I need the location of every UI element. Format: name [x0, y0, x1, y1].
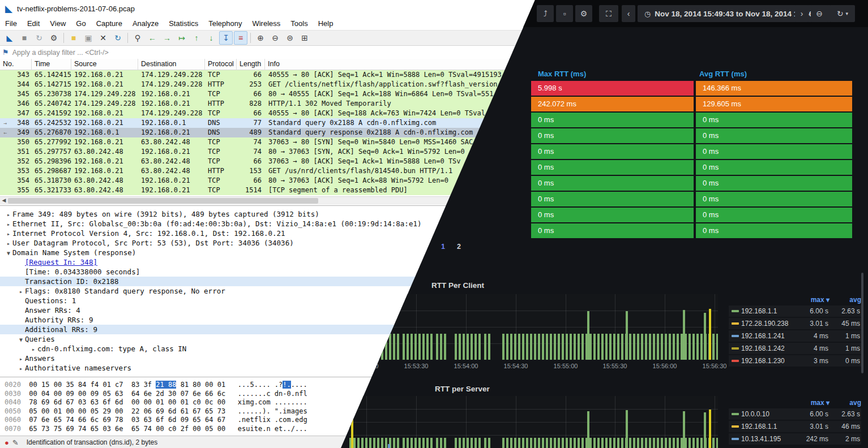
column-header-source[interactable]: Source — [71, 59, 138, 70]
collapsed-arrow-icon[interactable]: ▸ — [17, 287, 25, 296]
edit-comment-icon[interactable]: ✎ — [12, 438, 19, 447]
legend-row[interactable]: 192.168.1.13.01 s46 ms — [729, 421, 861, 432]
avg-rtt-cell[interactable]: 0 ms — [696, 144, 852, 159]
capture-restart-icon[interactable]: ↻ — [32, 31, 46, 45]
autoscroll-toggle-icon[interactable]: ↧ — [219, 31, 233, 45]
max-rtt-cell[interactable]: 0 ms — [531, 176, 694, 191]
max-rtt-cell[interactable]: 0 ms — [531, 128, 694, 143]
rtt-per-client-panel-title[interactable]: RTT Per Client — [431, 281, 484, 290]
go-last-icon[interactable]: ↓ — [204, 31, 218, 45]
go-first-icon[interactable]: ↑ — [190, 31, 203, 45]
column-header-no[interactable]: No. — [0, 59, 32, 70]
zoom-original-icon[interactable]: ⊜ — [283, 31, 297, 45]
collapsed-arrow-icon[interactable]: ▸ — [5, 239, 12, 248]
avg-rtt-cell[interactable]: 146.366 ms — [696, 81, 852, 96]
menu-capture[interactable]: Capture — [91, 18, 127, 29]
expanded-arrow-icon[interactable]: ▼ — [5, 248, 12, 258]
max-rtt-column-header[interactable]: Max RTT (ms) — [538, 70, 586, 78]
expanded-arrow-icon[interactable]: ▼ — [17, 335, 25, 344]
packet-row-347[interactable]: 34765.241592192.168.0.21174.129.249.228T… — [0, 109, 566, 118]
menu-analyze[interactable]: Analyze — [127, 18, 164, 29]
avg-rtt-cell[interactable]: 0 ms — [696, 128, 852, 143]
menu-statistics[interactable]: Statistics — [164, 18, 203, 29]
menu-telephony[interactable]: Telephony — [203, 18, 247, 29]
column-header-destination[interactable]: Destination — [138, 59, 205, 70]
filter-bookmark-icon[interactable]: ⚑ — [2, 48, 9, 57]
rtt-per-server-chart[interactable] — [349, 396, 718, 448]
file-save-icon[interactable]: ▣ — [82, 31, 95, 45]
save-icon[interactable]: ▫ — [556, 5, 573, 22]
legend-max-header[interactable]: max ▾ — [794, 397, 829, 408]
panel-scrollbar[interactable] — [861, 273, 863, 373]
legend-series-name[interactable]: 192.168.1.1 — [741, 305, 799, 317]
scroll-left-arrow[interactable]: ◀ — [0, 197, 8, 204]
legend-row[interactable]: 10.13.41.195242 ms2 ms — [729, 433, 861, 445]
legend-series-name[interactable]: 192.168.1.241 — [741, 330, 799, 342]
share-icon[interactable]: ⤴ — [537, 5, 554, 22]
legend-series-name[interactable]: 192.168.1.230 — [741, 355, 799, 367]
pagination-page-1[interactable]: 1 — [441, 243, 445, 251]
collapsed-arrow-icon[interactable]: ▸ — [5, 219, 12, 229]
go-back-icon[interactable]: ← — [146, 31, 159, 45]
display-filter-bar[interactable]: ⚑ Apply a display filter ... <Ctrl-/> — [0, 46, 566, 59]
tv-mode-icon[interactable]: ⛶ — [599, 5, 618, 22]
menu-go[interactable]: Go — [71, 18, 91, 29]
file-close-icon[interactable]: ✕ — [96, 31, 110, 45]
resize-columns-icon[interactable]: ⊞ — [298, 31, 311, 45]
zoom-in-icon[interactable]: ⊕ — [254, 31, 267, 45]
go-forward-icon[interactable]: → — [160, 31, 174, 45]
go-to-packet-icon[interactable]: ↦ — [175, 31, 189, 45]
refresh-button[interactable]: ↻ ▾ — [830, 5, 855, 22]
packet-row-346[interactable]: 34665.240742174.129.249.228192.168.0.21H… — [0, 99, 566, 109]
legend-row[interactable]: 10.0.0.106.00 s2.63 s — [729, 408, 861, 420]
packet-row-345[interactable]: 34565.230738174.129.249.228192.168.0.21T… — [0, 89, 566, 99]
avg-rtt-cell[interactable]: 0 ms — [696, 160, 852, 175]
menu-file[interactable]: File — [0, 18, 22, 29]
refresh-caret-icon[interactable]: ▾ — [846, 11, 849, 16]
avg-rtt-cell[interactable]: 0 ms — [696, 223, 852, 238]
rtt-per-server-panel-title[interactable]: RTT per Server — [435, 385, 490, 393]
max-rtt-cell[interactable]: 0 ms — [531, 192, 694, 206]
menu-edit[interactable]: Edit — [22, 18, 45, 29]
reload-icon[interactable]: ↻ — [111, 31, 125, 45]
collapsed-arrow-icon[interactable]: ▸ — [5, 210, 12, 219]
time-back-chevron[interactable]: ‹ — [622, 5, 635, 22]
collapsed-arrow-icon[interactable]: ▸ — [29, 344, 37, 354]
menu-wireless[interactable]: Wireless — [247, 18, 285, 29]
column-header-time[interactable]: Time — [32, 59, 71, 70]
settings-gear-icon[interactable]: ⚙ — [575, 5, 592, 22]
avg-rtt-column-header[interactable]: Avg RTT (ms) — [699, 70, 747, 78]
legend-row[interactable]: 192.168.1.2303 ms0 ms — [729, 355, 861, 367]
column-header-protocol[interactable]: Protocol — [205, 59, 237, 70]
zoom-out-time-icon[interactable]: ⊖ — [811, 5, 828, 22]
max-rtt-cell[interactable]: 242.072 ms — [531, 97, 694, 111]
pagination-page-2[interactable]: 2 — [457, 243, 461, 251]
scroll-thumb[interactable] — [8, 198, 318, 204]
legend-row[interactable]: 192.168.1.2414 ms1 ms — [729, 330, 861, 342]
legend-series-name[interactable]: 192.168.1.242 — [741, 343, 799, 354]
avg-rtt-cell[interactable]: 129.605 ms — [696, 97, 852, 111]
capture-options-icon[interactable]: ⚙ — [47, 31, 61, 45]
time-forward-chevron[interactable]: › — [795, 5, 809, 22]
expert-info-icon[interactable]: ● — [5, 438, 9, 447]
max-rtt-cell[interactable]: 0 ms — [531, 144, 694, 159]
legend-series-name[interactable]: 10.13.41.195 — [741, 433, 799, 445]
legend-avg-header[interactable]: avg — [829, 294, 861, 305]
avg-rtt-cell[interactable]: 0 ms — [696, 113, 852, 127]
capture-stop-icon[interactable]: ■ — [18, 31, 31, 45]
legend-series-name[interactable]: 10.0.0.10 — [741, 408, 799, 420]
avg-rtt-cell[interactable]: 0 ms — [696, 192, 852, 206]
packet-list-header[interactable]: No.TimeSourceDestinationProtocolLengthIn… — [0, 59, 566, 70]
collapsed-arrow-icon[interactable]: ▸ — [17, 354, 25, 364]
max-rtt-cell[interactable]: 0 ms — [531, 160, 694, 175]
legend-row[interactable]: 192.168.1.2424 ms1 ms — [729, 343, 861, 354]
legend-series-name[interactable]: 172.28.190.238 — [741, 318, 799, 329]
legend-series-name[interactable]: 192.168.1.1 — [741, 421, 799, 432]
column-header-length[interactable]: Length — [237, 59, 265, 70]
zoom-out-icon[interactable]: ⊖ — [268, 31, 282, 45]
legend-row[interactable]: 172.28.190.2383.01 s45 ms — [729, 318, 861, 329]
max-rtt-cell[interactable]: 5.998 s — [531, 81, 694, 96]
max-rtt-cell[interactable]: 0 ms — [531, 223, 694, 238]
menu-help[interactable]: Help — [313, 18, 339, 29]
colorize-toggle-icon[interactable]: ≡ — [234, 31, 247, 45]
